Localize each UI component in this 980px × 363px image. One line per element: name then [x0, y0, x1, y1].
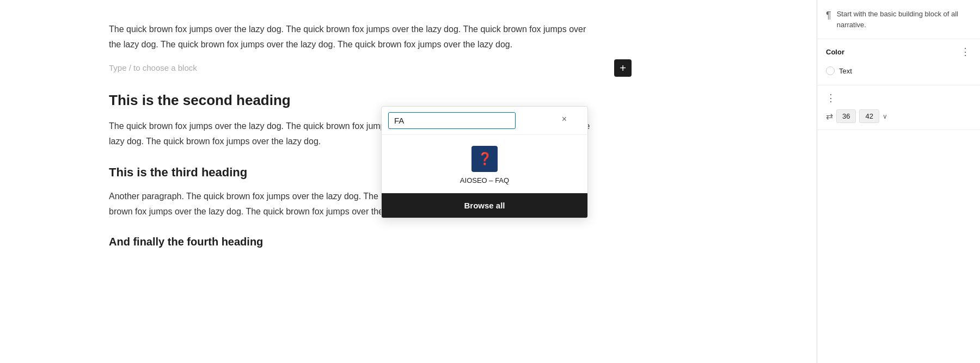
color-section: Color ⋮ Text — [817, 39, 980, 85]
sidebar-description: Start with the basic building block of a… — [837, 9, 971, 30]
settings-icon-button[interactable]: ⇄ — [826, 111, 833, 121]
editor-area: The quick brown fox jumps over the lazy … — [0, 0, 817, 363]
font-size-controls: ⇄ 36 42 ∨ — [826, 109, 971, 123]
block-result-aioseo-faq[interactable]: ❓ AIOSEO – FAQ — [382, 135, 587, 193]
font-size-42[interactable]: 42 — [859, 109, 879, 123]
typography-more-button[interactable]: ⋮ — [826, 92, 837, 104]
search-input-row: × — [382, 107, 587, 135]
type-hint: Type / to choose a block — [109, 61, 197, 75]
chevron-down-icon[interactable]: ∨ — [883, 113, 887, 120]
search-input-wrapper: × — [388, 112, 581, 129]
paragraph-icon: ¶ — [826, 10, 831, 21]
font-size-36[interactable]: 36 — [836, 109, 856, 123]
color-more-button[interactable]: ⋮ — [960, 46, 971, 58]
right-sidebar: ¶ Start with the basic building block of… — [817, 0, 980, 363]
aioseo-faq-icon: ❓ — [471, 146, 498, 172]
block-inserter-row: Type / to choose a block + — [109, 61, 599, 75]
sidebar-top-section: ¶ Start with the basic building block of… — [817, 0, 980, 39]
add-block-button[interactable]: + — [614, 59, 632, 77]
browse-all-button[interactable]: Browse all — [382, 193, 587, 218]
text-color-label: Text — [839, 67, 852, 75]
text-color-option[interactable]: Text — [826, 63, 971, 78]
block-search-input[interactable] — [388, 112, 516, 129]
typography-section: ⋮ ⇄ 36 42 ∨ — [817, 85, 980, 130]
text-color-radio[interactable] — [826, 66, 835, 75]
heading-4[interactable]: And finally the fourth heading — [109, 232, 599, 251]
color-section-header: Color ⋮ — [826, 46, 971, 58]
aioseo-faq-label: AIOSEO – FAQ — [460, 176, 509, 184]
typography-section-header: ⋮ — [826, 92, 971, 104]
color-section-title: Color — [826, 48, 844, 56]
paragraph-1[interactable]: The quick brown fox jumps over the lazy … — [109, 22, 599, 52]
clear-search-button[interactable]: × — [560, 112, 569, 126]
block-search-popup: × ❓ AIOSEO – FAQ Browse all — [381, 106, 588, 218]
